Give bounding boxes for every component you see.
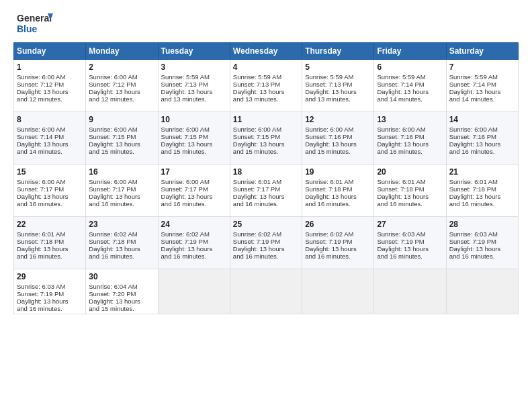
day-info: and 16 minutes. [233, 200, 299, 208]
calendar-cell: 23Sunrise: 6:02 AMSunset: 7:18 PMDayligh… [86, 217, 158, 269]
day-info: Daylight: 13 hours [89, 298, 154, 305]
calendar-cell: 29Sunrise: 6:03 AMSunset: 7:19 PMDayligh… [14, 269, 86, 314]
calendar-cell: 28Sunrise: 6:03 AMSunset: 7:19 PMDayligh… [446, 217, 518, 269]
day-info: and 16 minutes. [377, 148, 443, 155]
day-info: and 16 minutes. [449, 148, 515, 155]
day-info: Sunset: 7:19 PM [305, 238, 371, 245]
day-number: 14 [449, 115, 515, 124]
calendar-cell: 7Sunrise: 5:59 AMSunset: 7:14 PMDaylight… [446, 60, 518, 112]
day-number: 4 [233, 62, 299, 72]
day-number: 12 [305, 115, 371, 124]
day-info: Sunrise: 6:02 AM [161, 230, 227, 238]
day-info: Daylight: 13 hours [449, 245, 515, 253]
day-info: Sunrise: 6:00 AM [305, 126, 371, 133]
day-info: Sunrise: 5:59 AM [161, 73, 227, 81]
day-info: and 16 minutes. [305, 253, 371, 260]
calendar-cell: 8Sunrise: 6:00 AMSunset: 7:14 PMDaylight… [14, 112, 86, 165]
day-number: 28 [449, 220, 515, 229]
calendar-cell [302, 269, 374, 314]
day-info: Sunrise: 6:00 AM [161, 178, 227, 185]
day-number: 25 [233, 220, 299, 229]
day-info: and 14 minutes. [377, 95, 443, 103]
day-number: 26 [305, 220, 371, 229]
calendar-cell: 14Sunrise: 6:00 AMSunset: 7:16 PMDayligh… [446, 112, 518, 165]
day-info: and 16 minutes. [233, 253, 299, 260]
day-info: Sunset: 7:17 PM [233, 185, 299, 193]
day-info: Daylight: 13 hours [17, 140, 83, 148]
day-info: Sunrise: 6:00 AM [17, 73, 83, 81]
day-info: and 15 minutes. [89, 305, 154, 312]
day-info: Sunrise: 5:59 AM [233, 73, 299, 81]
day-info: and 14 minutes. [17, 148, 83, 155]
day-info: Sunrise: 6:00 AM [161, 126, 227, 133]
day-info: Sunrise: 5:59 AM [305, 73, 371, 81]
calendar-cell [374, 269, 446, 314]
calendar-cell: 10Sunrise: 6:00 AMSunset: 7:15 PMDayligh… [158, 112, 230, 165]
svg-text:Blue: Blue [17, 24, 38, 34]
logo: GeneralBlue [13, 12, 60, 36]
weekday-thursday: Thursday [302, 43, 374, 60]
day-info: Sunrise: 6:02 AM [305, 230, 371, 238]
day-info: Sunrise: 5:59 AM [377, 73, 443, 81]
day-info: and 16 minutes. [17, 253, 83, 260]
day-info: Sunrise: 6:03 AM [449, 230, 515, 238]
day-info: Sunset: 7:12 PM [17, 81, 83, 88]
calendar-cell [446, 269, 518, 314]
day-info: and 15 minutes. [89, 148, 154, 155]
day-info: Sunset: 7:19 PM [233, 238, 299, 245]
day-info: Sunrise: 6:04 AM [89, 283, 154, 290]
day-info: Daylight: 13 hours [161, 88, 227, 95]
day-number: 8 [17, 115, 83, 124]
day-info: Sunrise: 6:00 AM [89, 73, 154, 81]
calendar-cell: 18Sunrise: 6:01 AMSunset: 7:17 PMDayligh… [230, 165, 302, 217]
day-info: Sunset: 7:17 PM [89, 185, 154, 193]
day-info: Sunset: 7:15 PM [233, 133, 299, 140]
day-info: Daylight: 13 hours [377, 193, 443, 200]
day-number: 3 [161, 62, 227, 72]
day-info: and 12 minutes. [89, 95, 154, 103]
day-number: 9 [89, 115, 154, 124]
day-info: Sunrise: 6:00 AM [449, 126, 515, 133]
calendar-cell: 20Sunrise: 6:01 AMSunset: 7:18 PMDayligh… [374, 165, 446, 217]
day-number: 30 [89, 272, 154, 281]
calendar-cell: 27Sunrise: 6:03 AMSunset: 7:19 PMDayligh… [374, 217, 446, 269]
day-info: Daylight: 13 hours [305, 245, 371, 253]
day-info: Sunset: 7:16 PM [305, 133, 371, 140]
day-number: 6 [377, 62, 443, 72]
day-info: Sunrise: 6:00 AM [17, 178, 83, 185]
day-number: 21 [449, 167, 515, 177]
day-number: 13 [377, 115, 443, 124]
day-info: Daylight: 13 hours [377, 88, 443, 95]
day-info: Daylight: 13 hours [89, 88, 154, 95]
day-info: Sunrise: 6:01 AM [305, 178, 371, 185]
calendar-cell: 11Sunrise: 6:00 AMSunset: 7:15 PMDayligh… [230, 112, 302, 165]
calendar-cell: 21Sunrise: 6:01 AMSunset: 7:18 PMDayligh… [446, 165, 518, 217]
day-info: and 16 minutes. [89, 253, 154, 260]
day-number: 5 [305, 62, 371, 72]
day-info: and 16 minutes. [377, 200, 443, 208]
day-info: Sunset: 7:18 PM [89, 238, 154, 245]
day-info: Sunset: 7:12 PM [89, 81, 154, 88]
calendar-cell: 2Sunrise: 6:00 AMSunset: 7:12 PMDaylight… [86, 60, 158, 112]
calendar-cell: 25Sunrise: 6:02 AMSunset: 7:19 PMDayligh… [230, 217, 302, 269]
day-info: and 15 minutes. [233, 148, 299, 155]
day-number: 20 [377, 167, 443, 177]
day-info: Sunset: 7:16 PM [377, 133, 443, 140]
day-number: 16 [89, 167, 154, 177]
day-info: Daylight: 13 hours [233, 88, 299, 95]
day-info: Sunset: 7:19 PM [377, 238, 443, 245]
day-number: 10 [161, 115, 227, 124]
day-info: and 15 minutes. [161, 148, 227, 155]
day-info: Daylight: 13 hours [17, 298, 83, 305]
calendar-cell: 9Sunrise: 6:00 AMSunset: 7:15 PMDaylight… [86, 112, 158, 165]
calendar-table: SundayMondayTuesdayWednesdayThursdayFrid… [13, 42, 519, 314]
weekday-saturday: Saturday [446, 43, 518, 60]
calendar-cell: 13Sunrise: 6:00 AMSunset: 7:16 PMDayligh… [374, 112, 446, 165]
calendar-cell: 17Sunrise: 6:00 AMSunset: 7:17 PMDayligh… [158, 165, 230, 217]
day-info: and 13 minutes. [305, 95, 371, 103]
weekday-header-row: SundayMondayTuesdayWednesdayThursdayFrid… [14, 43, 519, 60]
calendar-cell: 26Sunrise: 6:02 AMSunset: 7:19 PMDayligh… [302, 217, 374, 269]
calendar-cell: 30Sunrise: 6:04 AMSunset: 7:20 PMDayligh… [86, 269, 158, 314]
day-info: and 16 minutes. [161, 253, 227, 260]
day-info: Daylight: 13 hours [17, 88, 83, 95]
